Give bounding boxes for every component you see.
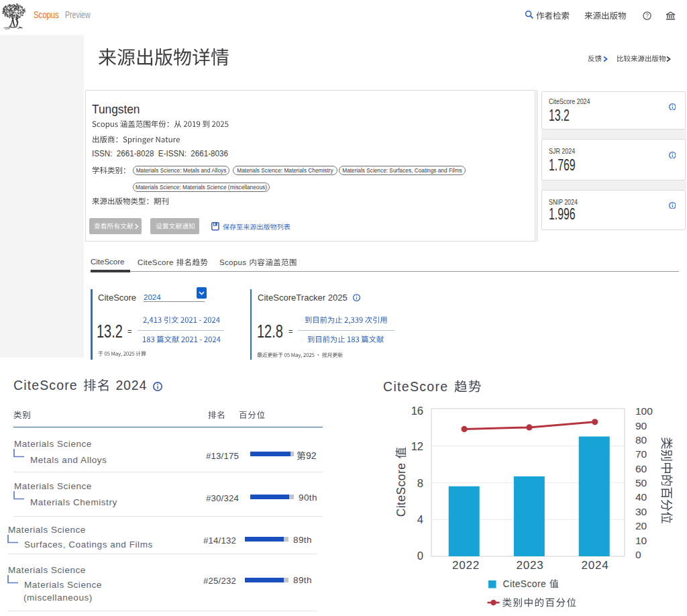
- svg-text:10: 10: [635, 535, 647, 546]
- svg-text:40: 40: [635, 491, 647, 503]
- svg-text:4: 4: [417, 513, 423, 525]
- svg-text:2023: 2023: [516, 559, 543, 572]
- svg-text:20: 20: [635, 520, 647, 531]
- svg-text:16: 16: [411, 405, 423, 417]
- svg-text:12: 12: [411, 440, 423, 452]
- svg-text:CiteScore: CiteScore: [98, 293, 136, 303]
- svg-text:2024: 2024: [581, 559, 609, 572]
- svg-text:70: 70: [635, 448, 647, 460]
- svg-text:CiteScore: CiteScore: [138, 258, 174, 266]
- svg-text:CiteScore: CiteScore: [503, 578, 547, 589]
- svg-text:60: 60: [635, 463, 647, 474]
- svg-text:CiteScoreTracker 2025: CiteScoreTracker 2025: [258, 293, 348, 303]
- svg-text:92: 92: [306, 450, 317, 461]
- svg-text:100: 100: [635, 405, 653, 417]
- svg-text:50: 50: [635, 477, 647, 489]
- svg-text:0: 0: [417, 550, 423, 562]
- svg-text:30: 30: [635, 506, 647, 517]
- svg-text:CiteScore: CiteScore: [383, 379, 449, 394]
- svg-text:?: ?: [645, 13, 649, 19]
- svg-text:2024: 2024: [115, 378, 147, 393]
- svg-text:Scopus: Scopus: [219, 258, 246, 266]
- svg-text:90: 90: [635, 420, 647, 431]
- svg-text:CiteScore: CiteScore: [394, 463, 408, 517]
- svg-text:0: 0: [635, 549, 641, 560]
- svg-text:CiteScore: CiteScore: [13, 378, 78, 393]
- svg-text:2022: 2022: [452, 559, 480, 572]
- svg-text:8: 8: [417, 477, 423, 489]
- svg-text:80: 80: [635, 434, 647, 446]
